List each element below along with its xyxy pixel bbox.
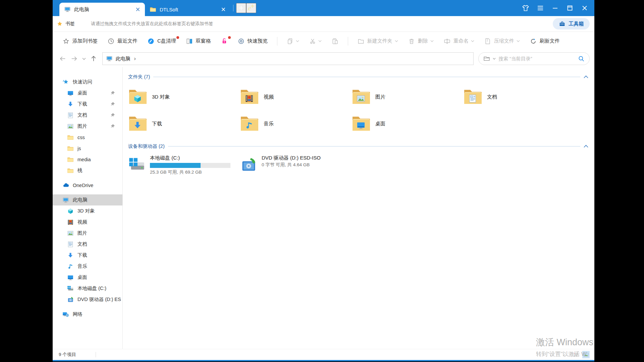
folder-tile-文档[interactable]: 文档 bbox=[463, 83, 571, 110]
toolbar-button-delete[interactable]: 删除 bbox=[408, 37, 434, 46]
folder-tile-下载[interactable]: 下载 bbox=[128, 110, 235, 137]
toolbar-separator bbox=[348, 37, 348, 46]
chevron-down-icon[interactable] bbox=[517, 40, 520, 42]
window-controls bbox=[521, 4, 594, 12]
chevron-down-icon[interactable] bbox=[318, 40, 322, 42]
sidebar-item-视频[interactable]: 视频 bbox=[53, 217, 122, 228]
collapse-chevron-icon[interactable] bbox=[584, 75, 588, 78]
chevron-down-icon[interactable] bbox=[430, 40, 434, 42]
sidebar-item-图片[interactable]: 图片 bbox=[53, 121, 122, 132]
sidebar-item-3D 对象[interactable]: 3D 对象 bbox=[53, 205, 122, 217]
sidebar-item-网络[interactable]: 网络 bbox=[53, 309, 122, 320]
breadcrumb[interactable]: 此电脑 › bbox=[102, 52, 474, 65]
collapse-chevron-icon[interactable] bbox=[584, 145, 588, 148]
sidebar-item-media[interactable]: media bbox=[53, 154, 122, 165]
view-thumbnail-icon bbox=[583, 352, 589, 357]
devices-group-header: 设备和驱动器 (2) bbox=[128, 143, 588, 149]
chevron-down-icon[interactable] bbox=[296, 40, 299, 42]
toolbar-button-rename[interactable]: 重命名 bbox=[443, 37, 475, 46]
document-icon bbox=[67, 241, 74, 248]
up-button[interactable] bbox=[89, 54, 98, 63]
document-icon bbox=[67, 112, 74, 119]
close-button[interactable] bbox=[580, 4, 589, 12]
sidebar-item-label: 视频 bbox=[77, 219, 87, 225]
toolbar-button-clock[interactable]: 最近文件 bbox=[107, 37, 138, 46]
folder-tile-桌面[interactable]: 桌面 bbox=[352, 110, 459, 137]
search-input[interactable]: 搜索 “当前目录” bbox=[478, 52, 590, 65]
toolbar-button-label: 删除 bbox=[418, 38, 428, 44]
back-button[interactable] bbox=[58, 54, 67, 63]
sidebar-item-文档[interactable]: 文档 bbox=[53, 110, 122, 121]
folder-tile-label: 下载 bbox=[152, 121, 162, 127]
toolbar-button-paste[interactable] bbox=[331, 37, 339, 46]
toolbar-button-lock[interactable] bbox=[220, 37, 228, 46]
toolbar-button-refresh[interactable]: 刷新文件 bbox=[529, 37, 560, 46]
chevron-down-icon[interactable] bbox=[395, 40, 398, 42]
tab-inactive[interactable]: DTLSoft bbox=[145, 3, 230, 16]
sidebar-item-本地磁盘 (C:)[interactable]: 本地磁盘 (C:) bbox=[53, 283, 122, 294]
sidebar-item-图片[interactable]: 图片 bbox=[53, 228, 122, 239]
notification-dot bbox=[176, 36, 179, 39]
maximize-button[interactable] bbox=[566, 4, 574, 12]
folders-group-header: 文件夹 (7) bbox=[128, 74, 588, 80]
new-tab-button[interactable] bbox=[236, 3, 246, 13]
toolbar-button-label: 重命名 bbox=[453, 38, 469, 44]
view-details-button[interactable] bbox=[572, 351, 580, 358]
breadcrumb-location[interactable]: 此电脑 bbox=[116, 56, 130, 62]
breadcrumb-chevron[interactable]: › bbox=[134, 56, 136, 62]
new-ie-tab-button[interactable]: e+ bbox=[246, 3, 256, 13]
status-bar: 9 个项目 bbox=[53, 349, 594, 360]
toolbar-button-new-folder[interactable]: 新建文件夹 bbox=[357, 37, 399, 46]
chevron-down-icon[interactable] bbox=[493, 58, 496, 60]
sidebar-item-桃[interactable]: 桃 bbox=[53, 165, 122, 176]
tab-active[interactable]: 此电脑 bbox=[59, 3, 145, 16]
tab-close-icon[interactable] bbox=[220, 6, 227, 13]
minimize-button[interactable] bbox=[551, 4, 559, 12]
menu-button[interactable] bbox=[536, 4, 545, 12]
sidebar-item-下载[interactable]: 下载 bbox=[53, 99, 122, 110]
chevron-down-icon[interactable] bbox=[471, 40, 474, 42]
toolbar-button-dual-pane[interactable]: 双窗格 bbox=[185, 37, 212, 46]
toolbar-button-compress[interactable]: 压缩文件 bbox=[484, 37, 521, 46]
toolbar-button-disk-clean[interactable]: C盘清理 bbox=[147, 37, 177, 46]
download-icon bbox=[67, 252, 74, 259]
folder-icon bbox=[67, 167, 74, 174]
filter-folder-icon[interactable] bbox=[483, 55, 490, 62]
sidebar-item-js[interactable]: js bbox=[53, 143, 122, 154]
view-thumbnail-button[interactable] bbox=[582, 351, 590, 358]
folder-tile-3D 对象[interactable]: 3D 对象 bbox=[128, 83, 235, 110]
view-toggles bbox=[572, 351, 590, 358]
history-dropdown-button[interactable] bbox=[81, 54, 87, 63]
toolbar-button-label: C盘清理 bbox=[157, 38, 176, 44]
sidebar-item-桌面[interactable]: 桌面 bbox=[53, 87, 122, 99]
sidebar-item-快速访问[interactable]: 快速访问 bbox=[53, 76, 122, 87]
folder-tile-label: 视频 bbox=[264, 94, 274, 100]
folder-tile-音乐[interactable]: 音乐 bbox=[240, 110, 347, 137]
sidebar-item-音乐[interactable]: 音乐 bbox=[53, 261, 122, 272]
toolbox-button[interactable]: 工具箱 bbox=[553, 18, 590, 29]
toolbar-button-star-outline[interactable]: 添加到书签 bbox=[62, 37, 98, 46]
toolbar-button-label: 新建文件夹 bbox=[367, 38, 392, 44]
toolbar-button-cut[interactable] bbox=[309, 37, 322, 46]
toolbar-button-copy[interactable] bbox=[286, 37, 300, 46]
sidebar-item-桌面[interactable]: 桌面 bbox=[53, 272, 122, 283]
folder-tile-视频[interactable]: 视频 bbox=[240, 83, 347, 110]
window-bottom-border bbox=[53, 360, 594, 361]
tab-close-icon[interactable] bbox=[134, 6, 142, 13]
search-icon[interactable] bbox=[578, 55, 585, 62]
device-tile-本地磁盘 (C:)[interactable]: 本地磁盘 (C:)25.3 GB 可用, 共 69.2 GB bbox=[128, 154, 235, 185]
skin-button[interactable] bbox=[521, 4, 530, 12]
forward-button[interactable] bbox=[69, 54, 79, 63]
plus-icon bbox=[238, 5, 245, 11]
device-tile-DVD 驱动器 (D:) ESD-ISO[interactable]: DVD 驱动器 (D:) ESD-ISO0 字节 可用, 共 4.64 GB bbox=[240, 154, 347, 185]
toolbar-button-quick-preview[interactable]: 快速预览 bbox=[237, 37, 268, 46]
sidebar-item-下载[interactable]: 下载 bbox=[53, 250, 122, 261]
sidebar-item-文档[interactable]: 文档 bbox=[53, 239, 122, 250]
sidebar-item-OneDrive[interactable]: OneDrive bbox=[53, 180, 122, 191]
pin-icon bbox=[110, 90, 115, 96]
folder-tile-图片[interactable]: 图片 bbox=[352, 83, 459, 110]
sidebar-item-此电脑[interactable]: 此电脑 bbox=[53, 194, 122, 205]
sidebar-item-css[interactable]: css bbox=[53, 132, 122, 143]
compress-icon bbox=[484, 38, 491, 45]
sidebar-item-DVD 驱动器 (D:) ES[interactable]: DVD 驱动器 (D:) ES bbox=[53, 294, 122, 305]
